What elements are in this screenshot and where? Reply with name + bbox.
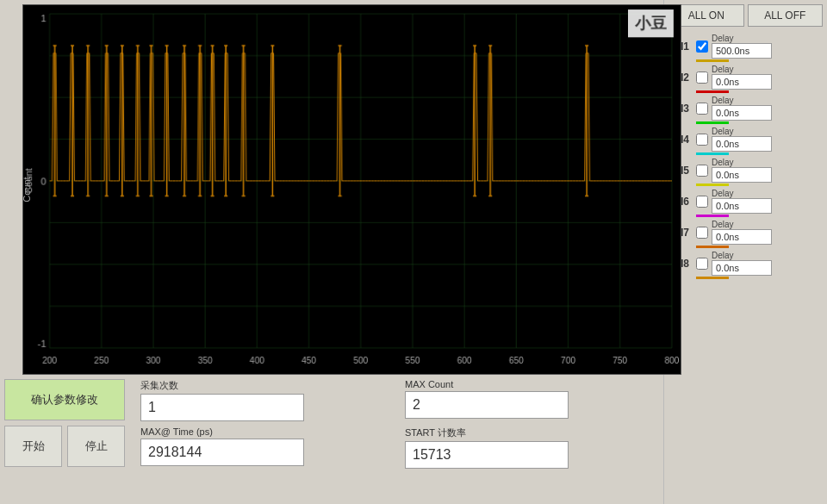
- ch-delay-label-ch6: Delay: [712, 189, 823, 198]
- channel-block-ch5: CH5Delay: [668, 158, 823, 186]
- ch-delay-input-ch8[interactable]: [712, 260, 772, 276]
- ch-delay-label-ch4: Delay: [712, 127, 823, 136]
- ch-checkbox-ch5[interactable]: [696, 165, 708, 177]
- max-count-value: 2: [405, 391, 569, 419]
- ch-color-line-ch1: [696, 59, 729, 62]
- oscilloscope-chart: [22, 4, 681, 375]
- ch-checkbox-ch7[interactable]: [696, 227, 708, 239]
- ch-color-line-ch2: [696, 90, 729, 93]
- ch-delay-label-ch5: Delay: [712, 158, 823, 167]
- channel-block-ch6: CH6Delay: [668, 189, 823, 217]
- ch-delay-label-ch7: Delay: [712, 220, 823, 229]
- ch-delay-label-ch2: Delay: [712, 65, 823, 74]
- ch-delay-label-ch1: Delay: [712, 34, 823, 43]
- ch-checkbox-ch6[interactable]: [696, 196, 708, 208]
- start-rate-value: 15713: [405, 441, 569, 469]
- start-rate-label: START 计数率: [405, 426, 659, 439]
- ch-delay-input-ch7[interactable]: [712, 229, 772, 245]
- max-time-value: 2918144: [140, 439, 304, 466]
- ch-checkbox-ch1[interactable]: [696, 40, 708, 53]
- channel-block-ch3: CH3Delay: [668, 96, 823, 124]
- channel-block-ch7: CH7Delay: [668, 220, 823, 248]
- max-time-label: MAX@ Time (ps): [140, 426, 395, 437]
- ch-color-line-ch8: [696, 277, 729, 279]
- ch-delay-label-ch3: Delay: [712, 96, 823, 105]
- ch-checkbox-ch2[interactable]: [696, 72, 708, 84]
- ch-delay-input-ch2[interactable]: [712, 74, 772, 90]
- channel-block-ch8: CH8Delay: [668, 251, 823, 279]
- confirm-params-button[interactable]: 确认参数修改: [4, 379, 125, 420]
- ch-checkbox-ch4[interactable]: [696, 134, 708, 146]
- ch-delay-input-ch3[interactable]: [712, 105, 772, 121]
- ch-color-line-ch7: [696, 246, 729, 248]
- ch-color-line-ch3: [696, 121, 729, 124]
- ch-color-line-ch4: [696, 152, 729, 155]
- ch-color-line-ch6: [696, 215, 729, 217]
- ch-delay-input-ch5[interactable]: [712, 167, 772, 183]
- max-count-label: MAX Count: [405, 379, 659, 389]
- ch-checkbox-ch3[interactable]: [696, 103, 708, 115]
- start-button[interactable]: 开始: [4, 426, 62, 467]
- ch-delay-input-ch1[interactable]: [712, 43, 772, 59]
- channel-block-ch1: CH1Delay: [668, 34, 823, 62]
- ch-color-line-ch5: [696, 184, 729, 186]
- channel-block-ch2: CH2Delay: [668, 65, 823, 93]
- ch-delay-input-ch4[interactable]: [712, 136, 772, 152]
- stop-button[interactable]: 停止: [67, 426, 125, 467]
- ch-delay-input-ch6[interactable]: [712, 198, 772, 214]
- y-axis-label: Count: [22, 177, 32, 202]
- ch-delay-label-ch8: Delay: [712, 251, 823, 260]
- ch-checkbox-ch8[interactable]: [696, 258, 708, 270]
- channel-block-ch4: CH4Delay: [668, 127, 823, 155]
- acq-count-value: 1: [140, 394, 304, 421]
- acq-count-label: 采集次数: [140, 379, 395, 392]
- all-off-button[interactable]: ALL OFF: [748, 4, 824, 27]
